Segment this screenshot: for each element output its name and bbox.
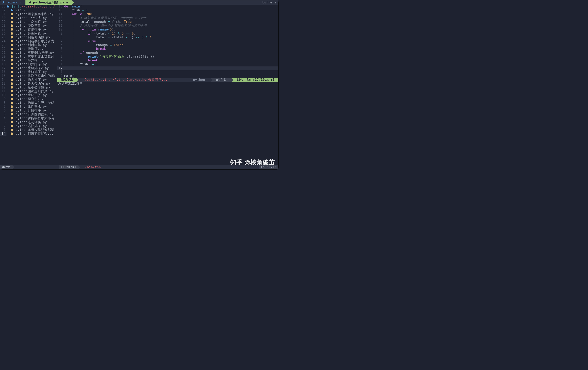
explorer-current-item[interactable]: 34 ⬢ python阿姆斯特朗数.py [0, 132, 57, 136]
explorer-item[interactable]: 13 ⬢ python最大公约数.py [0, 82, 57, 86]
line-number: 31 [0, 12, 6, 16]
code-line: 9 ¦ ¦ if (total - 1) % 5 == 0: [57, 32, 278, 36]
code-line: 3 ¦ ¦ print("总共有{0}条鱼".format(fish)) [57, 55, 278, 59]
line-number: 19 [0, 59, 6, 63]
line-number: 2 [57, 74, 64, 78]
code-line: 10 ¦ for _ in range(5): [57, 28, 278, 32]
file-name: python实现斐波那契数列 [16, 55, 54, 59]
explorer-item[interactable]: 11 ⬢ python测试递归排序.py [0, 89, 57, 93]
line-number: 9 [0, 97, 6, 101]
explorer-item[interactable]: 31 ⬢ python两个数字求和.py [0, 12, 57, 16]
line-number: 18 [0, 63, 6, 66]
line-number: 34 [0, 132, 6, 136]
line-number: 5 [57, 47, 64, 51]
explorer-item[interactable]: 25 ⬢ python判断奇偶数.py [0, 36, 57, 39]
file-name: python二次方程.py [16, 20, 47, 24]
terminal-label: TERMINAL [59, 165, 78, 169]
file-name: python堆排序.py [16, 47, 44, 51]
code-line: 1 [57, 70, 278, 74]
line-number: 3 [0, 120, 6, 124]
code-line: 1 ¦ fish += 1 [57, 63, 278, 66]
explorer-item[interactable]: 19 ⬢ python平方根.py [0, 59, 57, 63]
explorer-item[interactable]: 14 ⬢ python插入排序.py [0, 78, 57, 82]
explorer-item[interactable]: 29 ⬢ python二次方程.py [0, 20, 57, 24]
python-icon: ⬢ [10, 116, 14, 120]
explorer-item[interactable]: 20 ⬢ python实现斐波那契数列 [0, 55, 57, 59]
explorer-item[interactable]: 2 ⬢ python选择排序.py [0, 124, 57, 128]
terminal-output[interactable]: 总共有3121条鱼 [57, 82, 278, 165]
folder-icon: 🖿 [10, 9, 14, 12]
python-icon: ⬢ [10, 39, 14, 43]
tab-vimrc[interactable]: 3:.vimrc ✔ [0, 0, 25, 5]
folder-icon: 🖿 [6, 5, 10, 9]
explorer-item[interactable]: 27 ⬢ python冒泡排序.py [0, 28, 57, 32]
line-number: 4 [57, 51, 64, 55]
explorer-item[interactable]: 8 ⬢ python约瑟夫生死小游戏 [0, 101, 57, 105]
explorer-item[interactable]: 16 ⬢ python快速排序.py [0, 70, 57, 74]
code-line: 7 ¦ ¦ else: [57, 39, 278, 43]
line-number: 32 [0, 9, 6, 12]
python-icon: ⬢ [10, 43, 14, 47]
line-number: 6 [57, 43, 64, 47]
explorer-item[interactable]: 10 ⬢ python生成日历.py [0, 93, 57, 97]
explorer-item[interactable]: 23 ⬢ python判断闰年.py [0, 43, 57, 47]
explorer-item[interactable]: 30 ⬢ python二分查找.py [0, 16, 57, 20]
code-line: 5 ¦ ¦ ¦ break [57, 47, 278, 51]
tab-current-file[interactable]: 4:python分鱼问题.py ✚ [25, 0, 72, 5]
line-number: 28 [0, 24, 6, 28]
shell-path: /bin/zsh [84, 165, 103, 169]
file-name: venv/ [16, 9, 26, 12]
line-number: 21 [0, 51, 6, 55]
python-icon: ⬢ [10, 113, 14, 116]
explorer-path: ~/Desktop/python/ [21, 5, 55, 9]
code-line: 6 ¦ ¦ ¦ enough = False [57, 43, 278, 47]
vim-mode: NORMAL [57, 78, 76, 82]
line-number: 7 [0, 105, 6, 109]
explorer-item[interactable]: 1 ⬢ python递归实现斐波那契 [0, 128, 57, 132]
defx-label: defx [0, 165, 12, 169]
line-number: 8 [0, 101, 6, 105]
status-filetype: python ✚ [191, 78, 210, 82]
explorer-item[interactable]: 18 ⬢ python归并排序.py [0, 63, 57, 66]
explorer-item[interactable]: 6 ⬢ python计数排序.py [0, 109, 57, 113]
line-number: 14 [0, 78, 6, 82]
explorer-item[interactable]: 32 🖿 venv/ [0, 9, 57, 12]
explorer-item[interactable]: 21 ⬢ python实现99乘法表.py [0, 51, 57, 55]
code-area[interactable]: 16def main():15 fish = 114 while True:13… [57, 5, 278, 78]
code-line: 12 ¦ total, enough = fish, True [57, 20, 278, 24]
code-line: 8 ¦ ¦ ¦ total = (total - 1) // 5 * 4 [57, 36, 278, 39]
line-number: 2 [0, 124, 6, 128]
explorer-item[interactable]: 12 ⬢ python最小公倍数.py [0, 86, 57, 89]
tab-bar: 3:.vimrc ✔ 4:python分鱼问题.py ✚ buffers [0, 0, 278, 5]
explorer-item[interactable]: 26 ⬢ python分鱼问题.py [0, 32, 57, 36]
python-icon: ⬢ [10, 74, 14, 78]
file-name: python最小公倍数.py [16, 86, 50, 89]
file-name: python归并排序.py [16, 63, 47, 66]
line-number: 16 [0, 70, 6, 74]
explorer-item[interactable]: 22 ⬢ python堆排序.py [0, 47, 57, 51]
line-number: 13 [57, 16, 64, 20]
python-icon: ⬢ [10, 78, 14, 82]
line-number: 17 [57, 66, 64, 70]
explorer-item[interactable]: 17 ⬢ python快速排序2.py [0, 66, 57, 70]
buffers-label: buffers [260, 0, 278, 5]
file-name: python转换字符串大小写 [16, 116, 54, 120]
python-icon: ⬢ [10, 32, 14, 36]
status-bar: NORMAL Desktop/python/PythonDemo/python分… [57, 78, 278, 82]
line-number: 5 [0, 113, 6, 116]
explorer-item[interactable]: 28 ⬢ python交换变量.py [0, 24, 57, 28]
python-icon: ⬢ [10, 12, 14, 16]
watermark: 知乎 @棱角破茧 [230, 159, 275, 166]
explorer-item[interactable]: 3 ⬢ python进制转换.py [0, 120, 57, 124]
code-line: 11 ¦ # 循环步骤：每一个人都按照相同的原则分鱼 [57, 24, 278, 28]
explorer-item[interactable]: 5 ⬢ python计算圆的面积.py [0, 113, 57, 116]
line-number: 10 [0, 93, 6, 97]
file-name: python快速排序.py [16, 70, 47, 74]
explorer-item[interactable]: 24 ⬢ python判断字符串是否为 [0, 39, 57, 43]
line-number: 13 [0, 82, 6, 86]
explorer-item[interactable]: 4 ⬢ python转换字符串大小写 [0, 116, 57, 120]
explorer-item[interactable]: 9 ⬢ python画心形.py [0, 97, 57, 101]
explorer-item[interactable]: 15 ⬢ python提取字符串中的UR [0, 74, 57, 78]
explorer-item[interactable]: 7 ⬢ python线性查找.py [0, 105, 57, 109]
file-name: python平方根.py [16, 59, 44, 63]
